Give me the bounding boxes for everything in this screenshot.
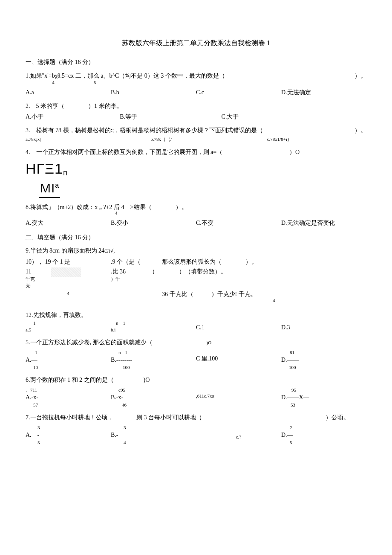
q1-opt-a: A.a: [26, 88, 111, 97]
question-10: 10）， 19 个 1 是 .9 个（是（ 那么该扇形的弧长为（ ）。: [26, 258, 366, 266]
q6b-mid: B.-x-: [111, 393, 196, 402]
q7-mid: 则 3 台每小时可以耕地（: [136, 413, 247, 422]
q5d-bot: 100: [289, 364, 366, 371]
q4-text: 4. 一个正方体相对两个面上标的数互为倒数，下图是它的展开图，则 a=（: [26, 149, 222, 155]
q3-opt-a: a.78x¡x|: [26, 136, 125, 142]
q6a-bot: 57: [33, 402, 111, 408]
q7d-mid: D.—: [281, 431, 366, 439]
page-title: 苏教版六年级上册第二单元分数乘法自我检测卷 1: [26, 38, 366, 48]
q7c: c.?: [196, 424, 281, 446]
q3-text: 3. 松树有 78 棵，杨树是松树的:;，梧桐树是杨树的梧桐树有多少棵？下面列式…: [26, 127, 263, 134]
q8-opt-b: B.变小: [111, 219, 196, 227]
q5d-mid: D.——: [281, 356, 366, 364]
q1-opt-b: B.b: [111, 88, 196, 97]
q6-text: 6.两个数的积在 1 和 2 之间的是（ )O: [26, 376, 366, 384]
section-1-head: 一、选择题（满分 16 分）: [26, 58, 366, 67]
q7b-mid: B.-: [111, 431, 196, 439]
q11-f: 4: [273, 297, 366, 304]
q11-e: 36 千克比（ ）千克少! 千克。: [162, 291, 257, 297]
q3-tail: ）。: [355, 126, 366, 135]
question-7: 7.一台拖拉机每小时耕地！公顷， 则 3 台每小时可以耕地（ ）公顷。 3 A.…: [26, 413, 366, 446]
q3-opt-b: b.78x（（/: [125, 136, 250, 142]
q6b-top: c95: [118, 387, 196, 393]
question-11: 11 千克 克: .比 36 ）千 （ ）（填带分数）。: [26, 267, 366, 289]
question-8: 8.将算式」（m+2）改成：x „ ?+2 后 4 >结果（ ）。 4 A.变大…: [26, 203, 366, 227]
q9-tail: 那么该扇形的弧长为（ ）。: [162, 258, 366, 266]
q1-tail: ）。: [355, 72, 366, 80]
q5c: C 里.100: [196, 349, 281, 371]
blur-placeholder: [51, 267, 81, 277]
q12-c: C.1: [196, 320, 281, 333]
q5d-top: 81: [290, 349, 366, 356]
q7-tail: ）公顷。: [247, 413, 366, 422]
q6a-top: 、711: [26, 387, 111, 393]
q6d-bot: 53: [291, 402, 366, 408]
question-12: 12.先找规律，再填数。 1 a.5 n 1 b.i C.1 D.3: [26, 311, 366, 333]
question-6: 6.两个数的积在 1 和 2 之间的是（ )O 、711 A.-x- 57 c9…: [26, 376, 366, 408]
q5a-top: 1: [35, 349, 111, 356]
q7a-top: 3: [37, 424, 111, 431]
q5-tail: )O: [207, 340, 212, 345]
q7a-bot: 5: [37, 439, 111, 446]
q2-text: 2. 5 米的亨（ ）1 米的李。: [26, 102, 366, 110]
q5b-mid: B.--------: [111, 356, 196, 364]
q6a-mid: A.-x-: [26, 393, 111, 402]
q2-opt-a: A.小于: [26, 113, 120, 121]
q6d-top: 95: [291, 387, 366, 393]
q8-opt-a: A.变大: [26, 219, 111, 227]
question-1: 1.如果"x'=bχθ.5=cx 二，那么 a、b^C（均不是 0）这 3 个数…: [26, 72, 366, 97]
q2-opt-b: B.等于: [120, 113, 221, 121]
question-4: 4. 一个正方体相对两个面上标的数互为倒数，下图是它的展开图，则 a=（ ）O …: [26, 148, 366, 198]
q1-opt-d: D.无法确定: [281, 88, 366, 97]
q8-opt-c: C.不变: [196, 219, 281, 227]
q6c: ,611c.7xπ: [196, 387, 281, 408]
q12-b-bot: b.i: [111, 327, 196, 333]
q5b-bot: 100: [123, 364, 196, 371]
q11-a1: 11: [26, 267, 51, 276]
section-2-head: 二、填空题（满分 16 分）: [26, 233, 366, 242]
q2-opt-c: C.大于: [222, 113, 366, 121]
q1-sub4: 4: [26, 79, 81, 86]
q11-a3: 克:: [26, 282, 51, 289]
q1-sub5: 5: [82, 79, 108, 86]
q3-opt-c: c.78x1/8+i}: [250, 136, 366, 142]
q6d-mid: D.——X—: [281, 393, 366, 402]
q7b-top: 3: [124, 424, 196, 431]
q12-a-top: 1: [33, 320, 111, 326]
fig-row1: HГΞ1: [26, 160, 63, 177]
q1-text: 1.如果"x'=bχθ.5=cx 二，那么 a、b^C（均不是 0）这 3 个数…: [26, 73, 225, 79]
q10-a: 10）， 19 个 1 是: [26, 258, 111, 266]
q5a-bot: 10: [33, 364, 111, 371]
q11-b2: ）千: [111, 276, 149, 282]
question-2: 2. 5 米的亨（ ）1 米的李。 A.小于 B.等于 C.大于: [26, 102, 366, 121]
q8-opt-d: D.无法确定是否变化: [281, 219, 366, 227]
q4-tail: ）O: [289, 149, 300, 155]
q11-a2: 千克: [26, 276, 51, 282]
q12-text: 12.先找规律，再填数。: [26, 311, 366, 320]
q7a-mid: A. -: [26, 431, 111, 439]
q6b-bot: 46: [122, 402, 196, 408]
q5b-top: n l: [118, 349, 196, 356]
q12-a-bot: a.5: [26, 327, 111, 333]
question-9: 9.半径为 8cm 的扇形面积为 24cπ√,: [26, 247, 366, 255]
question-5: 5.一个正方形边长减少卷, 那么它的面积就减少（ )O 1 A.— 10 n l…: [26, 338, 366, 371]
q11-d: 4: [26, 290, 111, 304]
q7d-top: 2: [290, 424, 366, 431]
q7d-bot: 5: [290, 439, 366, 446]
q7-text: 7.一台拖拉机每小时耕地！公顷，: [26, 413, 136, 422]
q1-opt-c: C.c: [196, 88, 281, 97]
q11-c: （ ）（填带分数）。: [149, 267, 366, 276]
q10-b: .9 个（是（: [111, 258, 162, 266]
question-3: 3. 松树有 78 棵，杨树是松树的:;，梧桐树是杨树的梧桐树有多少棵？下面列式…: [26, 126, 366, 143]
fig-row2: MI: [40, 181, 55, 195]
q5-text: 5.一个正方形边长减少卷, 那么它的面积就减少（: [26, 339, 153, 346]
cube-net-figure: HГΞ1п MIa: [26, 159, 366, 198]
q12-b-top: n 1: [116, 320, 196, 326]
q7b-bot: 4: [124, 439, 196, 446]
fig-pi: п: [63, 169, 67, 177]
question-11-row2: 4 36 千克比（ ）千克少! 千克。 4: [26, 290, 366, 304]
q12-d: D.3: [281, 320, 366, 333]
fig-row2-sup: a: [55, 182, 59, 189]
q11-b1: .比 36: [111, 267, 149, 276]
q5a-mid: A.—: [26, 356, 111, 364]
